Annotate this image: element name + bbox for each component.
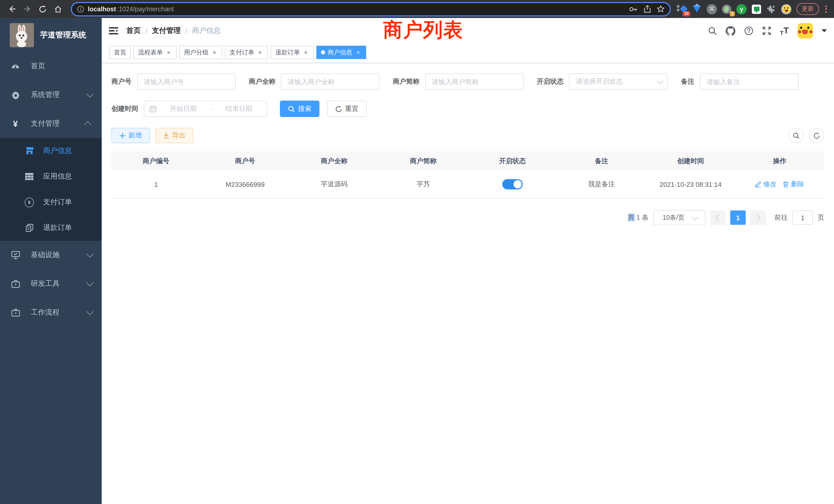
sidebar-item-home[interactable]: 首页 (0, 52, 102, 81)
date-range-picker[interactable]: 开始日期 - 结束日期 (144, 100, 267, 117)
logo-row[interactable]: 芋道管理系统 (0, 18, 102, 52)
filter-label: 备注 (681, 77, 694, 86)
home-icon[interactable] (51, 2, 65, 16)
sidebar-item-application[interactable]: 应用信息 (0, 164, 102, 189)
toggle-search-button[interactable] (788, 128, 804, 143)
edit-pencil-icon (755, 181, 761, 187)
share-icon[interactable] (644, 5, 651, 13)
prev-page-button[interactable] (710, 210, 726, 225)
sidebar-item-pay-order[interactable]: ¥ 支付订单 (0, 189, 102, 215)
yuan-icon: ¥ (13, 119, 18, 128)
extension-y-icon[interactable]: y (737, 4, 747, 14)
gear-icon (10, 91, 21, 99)
merchant-no-input[interactable] (137, 73, 236, 90)
close-icon[interactable]: × (257, 49, 263, 56)
password-key-icon[interactable] (629, 6, 638, 12)
breadcrumb-home[interactable]: 首页 (126, 26, 141, 36)
refresh-icon (813, 132, 820, 139)
extension-chat-icon[interactable] (751, 4, 762, 14)
extension-gem-icon[interactable] (692, 4, 702, 14)
tab-home[interactable]: 首页 (109, 46, 131, 59)
header-search-icon[interactable] (708, 26, 717, 35)
breadcrumb-payment[interactable]: 支付管理 (152, 26, 181, 36)
back-icon[interactable] (5, 2, 19, 16)
filter-status: 开启状态 请选择开启状态 (537, 73, 668, 90)
sidebar-item-dev-tools[interactable]: 研发工具 (0, 270, 102, 298)
github-icon[interactable] (726, 26, 736, 36)
avatar-dropdown-caret-icon[interactable] (822, 29, 827, 32)
remark-input[interactable] (700, 73, 798, 90)
reset-button[interactable]: 重置 (327, 100, 367, 117)
status-select[interactable]: 请选择开启状态 (569, 73, 668, 90)
sidebar-item-workflow[interactable]: 工作流程 (0, 298, 102, 327)
screen: localhost:1024/pay/merchant 10 ⌘ 1 y (0, 0, 834, 504)
tab-process-form[interactable]: 流程表单× (133, 46, 177, 59)
coin-yuan-icon: ¥ (25, 197, 34, 207)
page-size-select[interactable]: 10条/页 (653, 210, 706, 225)
edit-button[interactable]: 修改 (755, 180, 777, 189)
briefcase-icon (10, 280, 21, 288)
reload-icon[interactable] (36, 2, 49, 16)
fullscreen-icon[interactable] (762, 26, 771, 36)
status-toggle[interactable] (502, 179, 523, 189)
font-size-icon[interactable]: TT (780, 26, 789, 36)
profile-avatar-icon[interactable] (781, 4, 791, 14)
info-icon[interactable] (77, 5, 84, 13)
tab-user-group[interactable]: 用户分组× (179, 46, 222, 59)
search-icon (288, 106, 295, 112)
extensions-puzzle-icon[interactable] (766, 4, 776, 14)
close-icon[interactable]: × (211, 49, 218, 56)
sidebar-item-refund-order[interactable]: 退款订单 (0, 215, 102, 241)
refresh-table-button[interactable] (809, 128, 824, 143)
tab-pay-order[interactable]: 支付订单× (225, 46, 268, 59)
cell-create-time: 2021-10-23 08:31:14 (646, 170, 735, 198)
cell-short-name: 芋艿 (379, 170, 468, 198)
export-button[interactable]: 导出 (155, 128, 194, 143)
add-button[interactable]: 新增 (111, 128, 150, 143)
chevron-down-icon (86, 279, 93, 287)
pagination: 共 1 条 10条/页 1 前往 页 (111, 210, 824, 225)
document-copy-icon (25, 224, 34, 232)
filter-label: 创建时间 (111, 104, 138, 113)
tab-merchant-active[interactable]: 商户信息× (316, 46, 366, 59)
filter-label: 商户号 (111, 77, 131, 86)
sidebar-item-merchant[interactable]: 商户信息 (0, 138, 102, 164)
forward-icon[interactable] (21, 2, 34, 16)
breadcrumb-current: 商户信息 (192, 26, 221, 36)
tab-refund-order[interactable]: 退款订单× (271, 46, 314, 59)
close-icon[interactable]: × (355, 49, 361, 56)
page-1-button[interactable]: 1 (730, 210, 746, 225)
extension-camera-icon[interactable]: 1 (722, 4, 732, 14)
extension-command-icon[interactable]: ⌘ (707, 4, 717, 14)
extension-grid-diamond-icon[interactable]: 10 (677, 4, 687, 14)
chrome-update-button[interactable]: 更新 (796, 3, 819, 15)
sidebar-item-label: 退款订单 (43, 223, 72, 232)
delete-button[interactable]: 删除 (783, 180, 805, 189)
sidebar-item-label: 支付管理 (31, 119, 60, 128)
chrome-menu-icon[interactable] (825, 5, 827, 13)
close-icon[interactable]: × (166, 49, 172, 56)
filter-label: 商户全称 (249, 77, 276, 86)
next-page-button[interactable] (750, 210, 766, 225)
pagination-total: 共 1 条 (628, 213, 649, 222)
short-name-input[interactable] (425, 73, 524, 90)
sidebar-item-label: 商户信息 (43, 146, 72, 156)
merchant-table: 商户编号 商户号 商户全称 商户简称 开启状态 备注 创建时间 操作 1 M23… (111, 152, 824, 199)
calendar-icon (150, 105, 157, 112)
goto-page-input[interactable] (792, 210, 813, 225)
sidebar-fold-icon[interactable] (109, 27, 118, 35)
help-icon[interactable] (744, 26, 753, 36)
filter-form: 商户号 商户全称 商户简称 开启状态 请选择开启状态 (111, 73, 824, 128)
sidebar-item-label: 首页 (31, 62, 45, 71)
chevron-down-icon (86, 90, 93, 97)
url-bar[interactable]: localhost:1024/pay/merchant (71, 2, 671, 16)
search-button[interactable]: 搜索 (280, 100, 320, 117)
bookmark-star-icon[interactable] (657, 5, 664, 13)
user-avatar[interactable] (797, 23, 813, 39)
full-name-input[interactable] (281, 73, 380, 90)
sidebar-item-infrastructure[interactable]: 基础设施 (0, 241, 102, 270)
sidebar-item-payment[interactable]: ¥ 支付管理 (0, 109, 102, 138)
end-date-placeholder: 结束日期 (216, 104, 261, 113)
close-icon[interactable]: × (303, 49, 309, 56)
sidebar-item-system[interactable]: 系统管理 (0, 81, 102, 109)
